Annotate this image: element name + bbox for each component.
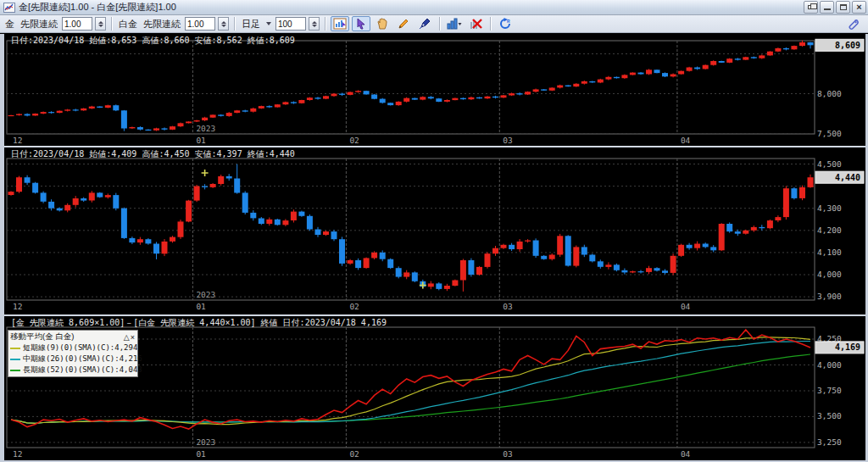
svg-text:12: 12 [13,136,22,145]
period-dropdown-icon[interactable] [266,22,271,25]
pen-trendline-tool-button[interactable] [415,16,434,31]
svg-text:12: 12 [13,302,22,311]
symbol1-multiplier-input[interactable] [62,17,92,31]
hand-icon [376,18,388,30]
svg-text:4,169: 4,169 [835,342,860,352]
select-arrow-tool-button[interactable] [352,16,370,31]
svg-text:R: R [507,19,510,24]
bar-chart-icon [447,18,462,30]
pencil-draw-tool-button[interactable] [394,16,413,31]
gold-chart-canvas[interactable]: 122023010203048,0007,5008,609日付:2023/04/… [4,34,865,146]
refresh-icon: R [499,18,512,30]
svg-text:4,200: 4,200 [817,225,842,235]
svg-text:01: 01 [196,449,206,459]
title-bar[interactable]: 金[先限連続]1.00 - 白金[先限連続]1.00 × [0,0,868,15]
window-title: 金[先限連続]1.00 - 白金[先限連続]1.00 [19,1,176,14]
settings-wrench-button[interactable] [844,17,863,32]
svg-text:3,750: 3,750 [817,386,842,395]
sma-long-swatch [10,370,20,371]
chart-frame: 122023010203048,0007,5008,609日付:2023/04/… [0,34,868,462]
symbol2-multiplier-input[interactable] [185,17,215,31]
svg-text:12: 12 [13,449,22,459]
svg-text:03: 03 [503,449,512,459]
pencil-icon [398,18,409,30]
svg-text:02: 02 [349,302,359,311]
symbol1-label: 金 [5,18,14,31]
spread-line-panel[interactable]: 122023010203044,2504,0003,7503,5003,2504… [4,316,865,460]
float-window-button[interactable] [804,1,818,14]
svg-text:03: 03 [503,136,512,145]
svg-text:4,000: 4,000 [817,270,842,279]
refresh-button[interactable]: R [496,16,515,31]
gold-candlestick-panel[interactable]: 122023010203048,0007,5008,609日付:2023/04/… [4,34,865,146]
svg-text:04: 04 [681,136,691,145]
svg-text:4,000: 4,000 [817,360,842,370]
pen-icon [419,18,431,30]
svg-text:7,500: 7,500 [817,129,842,138]
svg-text:02: 02 [349,449,359,459]
platinum-chart-canvas[interactable]: 122023010203044,5004,3004,2004,1004,0003… [4,148,865,314]
period-label[interactable]: 日足 [242,18,260,31]
svg-text:01: 01 [196,136,206,145]
svg-text:3,250: 3,250 [817,437,842,447]
close-button[interactable]: × [852,1,866,14]
select-arrow-icon [356,18,366,30]
symbol2-series-label: 先限連続 [143,18,181,31]
sma-short-label: 短期線(9)(0)(SMA)(C):4,294 [23,342,137,353]
chart-type-button[interactable] [445,16,464,31]
sma-mid-label: 中期線(26)(0)(SMA)(C):4,216 [23,353,142,365]
toolbar-separator [234,17,235,31]
legend-controls[interactable]: △× [124,333,136,342]
svg-text:04: 04 [681,302,691,311]
bar-count-input[interactable] [275,17,306,31]
svg-text:日付:2023/04/18 始値:8,653 高値:8,66: 日付:2023/04/18 始値:8,653 高値:8,660 安値:8,562… [11,36,295,45]
chart-cursor-icon [333,18,347,30]
svg-text:8,609: 8,609 [835,41,860,50]
svg-text:03: 03 [503,302,512,311]
svg-text:2023: 2023 [196,124,215,133]
legend-title: 移動平均(金 白金) [10,331,74,342]
sma-long-label: 長期線(52)(0)(SMA)(C):4,043 [23,365,142,376]
svg-text:8,000: 8,000 [817,89,842,98]
minimize-button[interactable] [820,1,834,14]
svg-text:4,440: 4,440 [835,173,860,182]
svg-text:4,300: 4,300 [817,203,842,213]
wrench-icon [848,19,860,31]
svg-text:04: 04 [681,449,691,459]
svg-text:4,100: 4,100 [817,248,842,257]
svg-text:3,500: 3,500 [817,411,842,420]
sma-short-swatch [10,348,20,349]
chart-cursor-tool-button[interactable] [331,16,349,31]
symbol2-multiplier-spinner[interactable] [218,17,229,31]
toolbar-separator [439,17,440,31]
svg-text:[金 先限連続 8,609×1.00]－[白金 先限連続 4: [金 先限連続 8,609×1.00]－[白金 先限連続 4,440×1.00]… [11,318,387,327]
hand-pan-tool-button[interactable] [373,16,392,31]
bar-count-spinner[interactable] [309,17,320,31]
svg-text:3,900: 3,900 [817,292,842,301]
svg-text:日付:2023/04/18 始値:4,409 高値:4,45: 日付:2023/04/18 始値:4,409 高値:4,450 安値:4,397… [11,149,295,159]
svg-text:02: 02 [349,136,359,145]
svg-text:2023: 2023 [196,437,215,447]
delete-indicator-icon [470,18,482,30]
svg-text:01: 01 [196,302,206,311]
symbol1-multiplier-spinner[interactable] [95,17,106,31]
symbol2-label: 白金 [119,18,137,31]
toolbar-separator [490,17,491,31]
maximize-button[interactable] [836,1,850,14]
svg-text:2023: 2023 [196,290,215,299]
app-chart-icon [3,3,15,13]
svg-text:4,500: 4,500 [817,159,842,169]
platinum-candlestick-panel[interactable]: 122023010203044,5004,3004,2004,1004,0003… [4,148,865,314]
chart-application-window: 金[先限連続]1.00 - 白金[先限連続]1.00 × 金 先限連続 白金 先… [0,0,868,462]
toolbar-separator [111,17,112,31]
toolbar: 金 先限連続 白金 先限連続 日足 R [0,15,868,33]
moving-average-legend: 移動平均(金 白金) △× 短期線(9)(0)(SMA)(C):4,294 中期… [8,330,138,377]
sma-mid-swatch [10,359,20,360]
toolbar-separator [325,17,326,31]
delete-indicator-button[interactable] [466,16,485,31]
symbol1-series-label: 先限連続 [20,18,58,31]
